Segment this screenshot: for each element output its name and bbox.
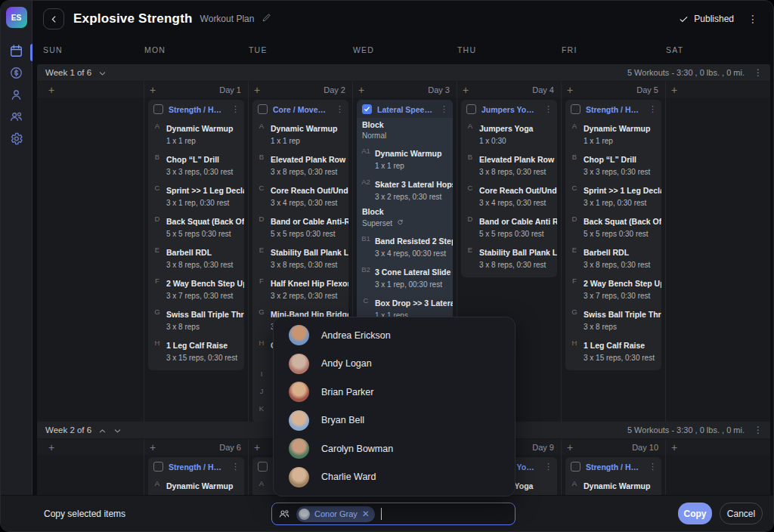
- week-collapse-down-icon[interactable]: [113, 426, 122, 435]
- exercise-row[interactable]: GSwiss Ball Triple Threat3 x 8 reps: [565, 304, 661, 335]
- workout-checkbox[interactable]: [153, 104, 163, 114]
- add-workout-button[interactable]: +: [671, 442, 677, 453]
- exercise-letter: J: [252, 386, 271, 397]
- add-workout-button[interactable]: +: [150, 442, 156, 453]
- week-collapse-down-icon[interactable]: [98, 69, 107, 77]
- exercise-row[interactable]: CSprint >> 1 Leg Declarations3 x 1 rep, …: [148, 180, 244, 211]
- workout-menu-kebab-icon[interactable]: ⋮: [231, 462, 240, 471]
- workout-menu-kebab-icon[interactable]: ⋮: [648, 462, 658, 471]
- workout-menu-kebab-icon[interactable]: ⋮: [648, 105, 658, 113]
- sidebar-item-person[interactable]: [1, 85, 33, 107]
- workout-checkbox[interactable]: [153, 462, 163, 472]
- exercise-row[interactable]: H1 Leg Calf Raise3 x 15 reps, 0:30 rest: [565, 335, 661, 366]
- workout-checkbox[interactable]: [571, 104, 580, 114]
- exercise-row[interactable]: B1Band Resisted 2 Step Late...3 x 4 reps…: [357, 230, 453, 261]
- workout-title[interactable]: Lateral Speed / Plyo: [377, 105, 434, 114]
- workout-checkbox[interactable]: [258, 462, 268, 472]
- workout-menu-kebab-icon[interactable]: ⋮: [439, 105, 449, 113]
- exercise-row[interactable]: ADynamic Warmup1 x 1 rep: [148, 118, 244, 149]
- exercise-row[interactable]: ADynamic Warmup1 x 1 rep: [565, 118, 661, 149]
- add-workout-button[interactable]: +: [463, 85, 469, 95]
- back-button[interactable]: [43, 8, 64, 29]
- plan-menu-kebab-icon[interactable]: ⋮: [745, 12, 761, 26]
- exercise-row[interactable]: CCore Reach Out/Under3 x 4 reps, 0:30 re…: [252, 180, 348, 211]
- exercise-row[interactable]: AJumpers Yoga1 x 0:30: [461, 118, 557, 149]
- add-workout-button[interactable]: +: [254, 442, 260, 453]
- sidebar-item-dollar[interactable]: [1, 63, 33, 85]
- published-status[interactable]: Published: [679, 14, 734, 24]
- edit-title-icon[interactable]: [262, 12, 271, 26]
- exercise-row[interactable]: CSprint >> 1 Leg Declarations3 x 1 rep, …: [565, 180, 661, 211]
- add-workout-button[interactable]: +: [48, 442, 54, 453]
- add-workout-button[interactable]: +: [254, 85, 260, 95]
- assignee-input[interactable]: Conor Gray ✕: [271, 503, 515, 525]
- athlete-option[interactable]: Bryan Bell: [274, 407, 515, 435]
- exercise-row[interactable]: H1 Leg Calf Raise3 x 15 reps, 0:30 rest: [148, 335, 244, 366]
- exercise-name: 2 Way Bench Step Up: [584, 279, 661, 288]
- add-workout-button[interactable]: +: [567, 85, 573, 95]
- exercise-detail: 3 x 8 reps, 0:30 rest: [166, 261, 240, 270]
- workout-title[interactable]: Strength / Hypertro...: [586, 105, 642, 114]
- cancel-button[interactable]: Cancel: [720, 503, 763, 524]
- exercise-row[interactable]: EStability Ball Plank Linear ...3 x 8 re…: [461, 242, 557, 273]
- exercise-row[interactable]: BChop “L” Drill3 x 3 reps, 0:30 rest: [565, 149, 661, 180]
- exercise-row[interactable]: EStability Ball Plank Linear ...3 x 8 re…: [252, 242, 348, 273]
- exercise-row[interactable]: F2 Way Bench Step Up3 x 7 reps, 0:30 res…: [565, 273, 661, 304]
- exercise-row[interactable]: EBarbell RDL3 x 8 reps, 0:30 rest: [148, 242, 244, 273]
- sidebar-item-gear[interactable]: [1, 129, 33, 151]
- workout-card[interactable]: Jumpers Yoga / Core⋮AJumpers Yoga1 x 0:3…: [461, 100, 557, 277]
- athlete-option[interactable]: Brian Parker: [274, 378, 515, 407]
- add-workout-button[interactable]: +: [567, 442, 573, 453]
- exercise-row[interactable]: A2Skater 3 Lateral Hops >> ...3 x 2 reps…: [357, 174, 453, 205]
- workout-title[interactable]: Strength / Hypertro...: [586, 462, 642, 472]
- athlete-option[interactable]: Carolyn Bowman: [274, 435, 515, 463]
- exercise-row[interactable]: EBarbell RDL3 x 8 reps, 0:30 rest: [565, 242, 661, 273]
- add-workout-button[interactable]: +: [671, 85, 677, 95]
- assignee-chip[interactable]: Conor Gray ✕: [296, 506, 375, 522]
- copy-button[interactable]: Copy: [678, 503, 712, 524]
- exercise-row[interactable]: CCore Reach Out/Under3 x 4 reps, 0:30 re…: [461, 180, 557, 211]
- dollar-icon: [9, 66, 23, 83]
- exercise-row[interactable]: BChop “L” Drill3 x 3 reps, 0:30 rest: [148, 149, 244, 180]
- exercise-row[interactable]: A1Dynamic Warmup1 x 1 rep: [357, 143, 453, 174]
- workout-title[interactable]: Core / Movement Q...: [273, 105, 330, 114]
- workout-checkbox[interactable]: [362, 104, 372, 114]
- athlete-option[interactable]: Andy Logan: [274, 350, 515, 379]
- exercise-row[interactable]: GSwiss Ball Triple Threat3 x 8 reps: [148, 304, 244, 335]
- add-workout-button[interactable]: +: [358, 85, 364, 95]
- workout-menu-kebab-icon[interactable]: ⋮: [231, 105, 240, 113]
- week-menu-kebab-icon[interactable]: ⋮: [751, 424, 766, 436]
- athlete-option[interactable]: Charlie Ward: [274, 463, 515, 492]
- exercise-row[interactable]: BElevated Plank Row3 x 8 reps, 0:30 rest: [461, 149, 557, 180]
- workout-menu-kebab-icon[interactable]: ⋮: [543, 105, 553, 113]
- workout-checkbox[interactable]: [571, 462, 580, 472]
- add-workout-button[interactable]: +: [48, 85, 54, 95]
- workout-title[interactable]: Strength / Hypertro...: [169, 105, 225, 114]
- week-menu-kebab-icon[interactable]: ⋮: [751, 66, 766, 79]
- workout-checkbox[interactable]: [258, 104, 268, 114]
- athlete-option[interactable]: Andrea Erickson: [274, 321, 515, 350]
- workout-menu-kebab-icon[interactable]: ⋮: [543, 462, 553, 471]
- workout-card[interactable]: Strength / Hypertro...⋮ADynamic Warmup1 …: [565, 100, 661, 370]
- exercise-row[interactable]: BElevated Plank Row3 x 8 reps, 0:30 rest: [252, 149, 348, 180]
- exercise-row[interactable]: DBand or Cable Anti Rotati...5 x 5 reps …: [461, 211, 557, 242]
- exercise-row[interactable]: DBand or Cable Anti-Rotati...5 x 5 reps …: [252, 211, 348, 242]
- sidebar-item-calendar[interactable]: [1, 42, 33, 63]
- sidebar-item-people[interactable]: [1, 107, 33, 129]
- week-collapse-up-icon[interactable]: [98, 426, 107, 435]
- exercise-row[interactable]: FHalf Kneel Hip Flexor Rais...3 x 2 reps…: [252, 273, 348, 304]
- workout-title[interactable]: Strength / Hypertro...: [169, 462, 225, 472]
- exercise-row[interactable]: ADynamic Warmup1 x 1 rep: [252, 118, 348, 149]
- workout-title[interactable]: Jumpers Yoga / Core: [481, 105, 538, 114]
- exercise-row[interactable]: DBack Squat (Back Off Set)5 x 5 reps 0:3…: [565, 211, 661, 242]
- exercise-row[interactable]: F2 Way Bench Step Up3 x 7 reps, 0:30 res…: [148, 273, 244, 304]
- add-workout-button[interactable]: +: [150, 85, 156, 95]
- exercise-row[interactable]: DBack Squat (Back Off Set)5 x 5 reps 0:3…: [148, 211, 244, 242]
- chip-remove-icon[interactable]: ✕: [362, 509, 370, 518]
- workout-checkbox[interactable]: [466, 104, 476, 114]
- workout-menu-kebab-icon[interactable]: ⋮: [335, 105, 345, 113]
- exercise-name: Band Resisted 2 Step Late...: [375, 237, 453, 246]
- exercise-row[interactable]: B23 Cone Lateral Slide3 x 1 rep, 00:30 r…: [357, 261, 453, 292]
- team-logo[interactable]: ES: [6, 7, 27, 28]
- workout-card[interactable]: Strength / Hypertro...⋮ADynamic Warmup1 …: [148, 100, 244, 370]
